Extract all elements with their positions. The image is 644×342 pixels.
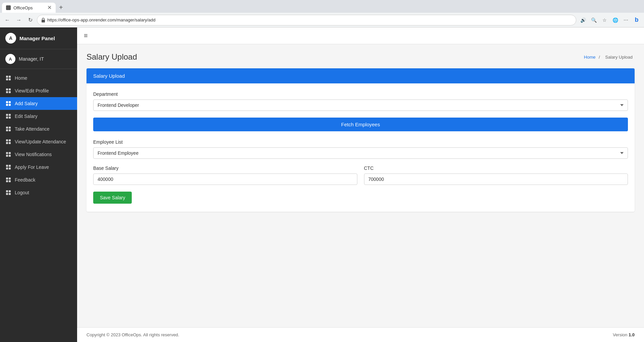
topbar: ≡ (77, 27, 644, 44)
grid-icon-view-update-attendance (5, 139, 11, 145)
sidebar-label-apply-for-leave: Apply For Leave (15, 164, 49, 170)
hamburger-icon[interactable]: ≡ (84, 32, 88, 40)
search-icon[interactable]: 🔍 (589, 15, 598, 25)
browser-chrome: OfficeOps ✕ + ← → ↻ https://office-ops-a… (0, 0, 644, 27)
back-button[interactable]: ← (3, 15, 12, 25)
fetch-employees-button[interactable]: Fetch Employees (93, 118, 628, 131)
department-label: Department (93, 91, 628, 97)
grid-icon-apply-for-leave (5, 164, 11, 170)
url-text: https://office-ops-app.onrender.com/mana… (47, 17, 572, 22)
salary-upload-card: Salary Upload Department Frontend Develo… (86, 68, 635, 212)
grid-icon-add-salary (5, 100, 11, 107)
content-area: Salary Upload Home / Salary Upload Salar… (77, 44, 644, 327)
tab-favicon (6, 5, 11, 10)
sidebar: A Manager Panel A Manager, IT Home View/… (0, 27, 77, 342)
sidebar-label-view-notifications: View Notifications (15, 152, 52, 157)
employee-list-select[interactable]: Frontend Employee Backend Employee (93, 147, 628, 159)
breadcrumb: Home / Salary Upload (584, 55, 635, 60)
salary-row: Base Salary CTC (93, 165, 628, 185)
sidebar-label-take-attendance: Take Attendance (15, 126, 50, 132)
browser-toolbar: ← → ↻ https://office-ops-app.onrender.co… (0, 13, 644, 27)
breadcrumb-home[interactable]: Home (584, 55, 596, 60)
tab-title: OfficeOps (13, 5, 33, 10)
sidebar-label-logout: Logout (15, 190, 29, 195)
sidebar-label-edit-salary: Edit Salary (15, 114, 38, 119)
sidebar-label-view-edit-profile: View/Edit Profile (15, 88, 49, 93)
forward-button[interactable]: → (14, 15, 23, 25)
save-salary-button[interactable]: Save Salary (93, 192, 132, 204)
sidebar-title: Manager Panel (19, 36, 55, 41)
sidebar-item-view-notifications[interactable]: View Notifications (0, 148, 77, 161)
employee-list-label: Employee List (93, 139, 628, 145)
card-body: Department Frontend Developer Backend De… (86, 83, 635, 212)
tab-close-button[interactable]: ✕ (47, 5, 52, 10)
ctc-label: CTC (364, 165, 628, 171)
grid-icon-home (5, 75, 11, 81)
sidebar-nav: Home View/Edit Profile Add Salary Edit (0, 69, 77, 342)
app-layout: A Manager Panel A Manager, IT Home View/… (0, 27, 644, 342)
main-content: ≡ Salary Upload Home / Salary Upload Sal… (77, 27, 644, 342)
grid-icon-feedback (5, 177, 11, 183)
sidebar-item-edit-salary[interactable]: Edit Salary (0, 110, 77, 123)
employee-list-group: Employee List Frontend Employee Backend … (93, 139, 628, 159)
username-label: Manager, IT (19, 56, 44, 62)
sidebar-item-view-edit-profile[interactable]: View/Edit Profile (0, 84, 77, 97)
page-title: Salary Upload (86, 52, 137, 62)
grid-icon-view-notifications (5, 151, 11, 157)
sidebar-item-apply-for-leave[interactable]: Apply For Leave (0, 161, 77, 174)
breadcrumb-current: Salary Upload (605, 55, 633, 60)
breadcrumb-separator: / (599, 55, 600, 60)
edge-copilot-icon[interactable]: b (632, 15, 641, 25)
browser-tabs: OfficeOps ✕ + (0, 0, 644, 13)
grid-icon-logout (5, 190, 11, 196)
more-button[interactable]: ⋯ (621, 15, 631, 25)
grid-icon-edit-salary (5, 113, 11, 119)
footer: Copyright © 2023 OfficeOps. All rights r… (77, 327, 644, 342)
new-tab-button[interactable]: + (57, 4, 65, 11)
page-header: Salary Upload Home / Salary Upload (86, 52, 635, 62)
department-group: Department Frontend Developer Backend De… (93, 91, 628, 111)
sidebar-label-feedback: Feedback (15, 177, 35, 183)
sidebar-label-view-update-attendance: View/Update Attendance (15, 139, 66, 144)
read-aloud-icon[interactable]: 🔊 (578, 15, 588, 25)
svg-rect-0 (42, 20, 45, 22)
toolbar-icons: 🔊 🔍 ☆ 🌐 ⋯ b (578, 15, 641, 25)
base-salary-input[interactable] (93, 174, 357, 185)
base-salary-label: Base Salary (93, 165, 357, 171)
refresh-button[interactable]: ↻ (25, 15, 35, 25)
grid-icon-view-edit-profile (5, 88, 11, 94)
department-select[interactable]: Frontend Developer Backend Developer HR … (93, 99, 628, 111)
sidebar-label-home: Home (15, 75, 27, 81)
active-tab[interactable]: OfficeOps ✕ (2, 3, 56, 13)
sidebar-item-feedback[interactable]: Feedback (0, 174, 77, 186)
sidebar-user: A Manager, IT (0, 49, 77, 69)
address-bar[interactable]: https://office-ops-app.onrender.com/mana… (37, 15, 576, 25)
sidebar-label-add-salary: Add Salary (15, 101, 38, 106)
card-header-title: Salary Upload (93, 73, 125, 79)
sidebar-item-view-update-attendance[interactable]: View/Update Attendance (0, 135, 77, 148)
base-salary-col: Base Salary (93, 165, 357, 185)
lock-icon (41, 18, 45, 22)
ctc-col: CTC (364, 165, 628, 185)
sidebar-item-take-attendance[interactable]: Take Attendance (0, 123, 77, 135)
sidebar-item-logout[interactable]: Logout (0, 186, 77, 199)
card-header: Salary Upload (86, 68, 635, 83)
favorites-icon[interactable]: ☆ (600, 15, 609, 25)
sidebar-item-home[interactable]: Home (0, 72, 77, 84)
ctc-input[interactable] (364, 174, 628, 185)
footer-version: Version 1.0 (613, 332, 635, 337)
grid-icon-take-attendance (5, 126, 11, 132)
sidebar-logo: A (5, 33, 16, 44)
sidebar-header: A Manager Panel (0, 27, 77, 49)
sidebar-item-add-salary[interactable]: Add Salary (0, 97, 77, 110)
avatar: A (5, 54, 15, 64)
footer-copyright: Copyright © 2023 OfficeOps. All rights r… (86, 332, 179, 337)
extensions-icon[interactable]: 🌐 (610, 15, 620, 25)
